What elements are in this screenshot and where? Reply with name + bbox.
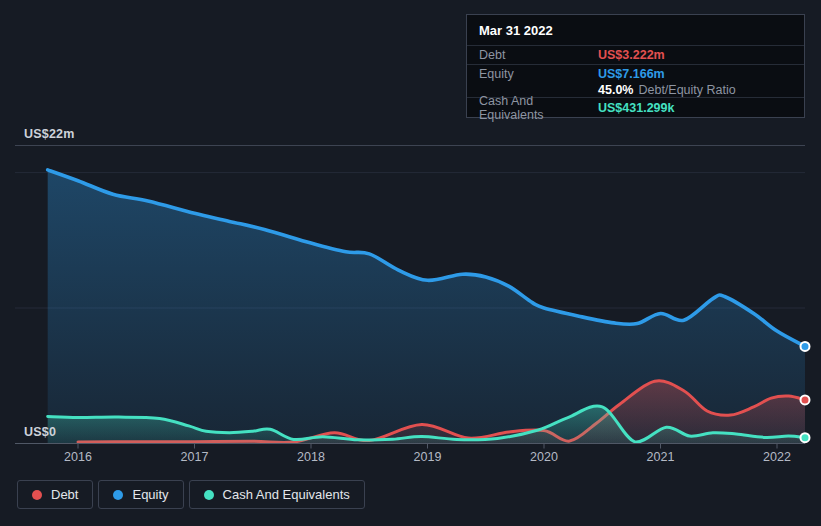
cash-series-dot-icon [204,490,214,500]
x-tick-label-2021: 2021 [647,450,675,464]
x-tick-label-2022: 2022 [763,450,791,464]
debt-equity-history-panel: US$22m US$0 2016201720182019202020212022… [0,0,821,526]
chart-tooltip: Mar 31 2022 Debt US$3.222m Equity US$7.1… [466,14,805,118]
debt-series-dot-icon [32,490,42,500]
tooltip-cash-value: US$431.299k [598,101,674,115]
debt-end-marker [801,395,810,404]
tooltip-row-cash: Cash And Equivalents US$431.299k [467,97,804,117]
chart-legend: Debt Equity Cash And Equivalents [17,480,365,509]
cash-and-equivalents-end-marker [801,433,810,442]
tooltip-ratio-label: Debt/Equity Ratio [638,83,735,97]
tooltip-date: Mar 31 2022 [467,15,804,45]
tooltip-debt-value: US$3.222m [598,48,665,62]
equity-end-marker [801,342,810,351]
tooltip-equity-value: US$7.166m [598,67,665,81]
legend-item-equity[interactable]: Equity [98,480,183,509]
y-axis-max-label: US$22m [24,127,75,141]
x-tick-label-2018: 2018 [297,450,325,464]
tooltip-equity-label: Equity [479,67,598,81]
legend-debt-label: Debt [51,487,78,502]
tooltip-cash-label: Cash And Equivalents [479,94,598,122]
legend-cash-label: Cash And Equivalents [223,487,350,502]
x-tick-label-2016: 2016 [64,450,92,464]
legend-equity-label: Equity [132,487,168,502]
equity-series-dot-icon [113,490,123,500]
tooltip-row-debt: Debt US$3.222m [467,45,804,64]
legend-item-cash[interactable]: Cash And Equivalents [189,480,365,509]
y-axis-zero-label: US$0 [24,425,56,439]
x-tick-label-2017: 2017 [181,450,209,464]
x-tick-label-2019: 2019 [414,450,442,464]
x-tick-label-2020: 2020 [530,450,558,464]
legend-item-debt[interactable]: Debt [17,480,93,509]
tooltip-row-equity: Equity US$7.166m [467,64,804,82]
tooltip-ratio-value: 45.0% [598,83,633,97]
tooltip-debt-label: Debt [479,48,598,62]
